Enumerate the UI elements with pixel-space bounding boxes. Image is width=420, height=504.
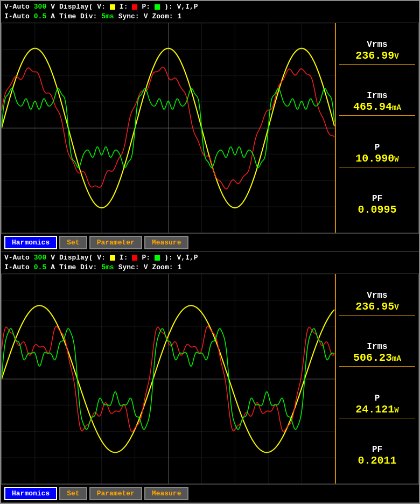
measure-button-1[interactable]: Measure — [144, 236, 189, 249]
waveform-canvas-2 — [2, 274, 335, 484]
green-box-2 — [155, 255, 160, 261]
main-area-2: Vrms 236.95V Irms 506.23mA P 24.121W — [1, 274, 419, 484]
status-line-1-2: I-Auto 0.5 A Time Div: 5ms Sync: V Zoom:… — [4, 12, 416, 22]
p-value-1: 10.990W — [339, 152, 415, 165]
harmonics-button-1[interactable]: Harmonics — [4, 236, 57, 249]
p-label-1: P: — [142, 2, 150, 12]
status-bar-2: V-Auto 300 V Display( V: I: P: ): V,I,P … — [1, 252, 419, 274]
pf-display-2: PF 0.2011 — [339, 443, 415, 469]
display-mode-1: ): V,I,P — [164, 2, 198, 12]
p-label-display-2: P — [339, 394, 415, 403]
vrms-label-1: Vrms — [339, 40, 415, 50]
irms-value-2: 506.23mA — [339, 352, 415, 364]
p-display-2: P 24.121W — [339, 391, 415, 418]
measurements-panel-2: Vrms 236.95V Irms 506.23mA P 24.121W — [335, 274, 418, 484]
harmonics-button-2[interactable]: Harmonics — [4, 487, 57, 500]
pf-value-1: 0.0995 — [339, 204, 415, 216]
vrms-display-1: Vrms 236.99V — [339, 38, 415, 65]
red-box-1 — [132, 4, 137, 10]
time-value-1: 5ms — [101, 12, 114, 22]
display-mode-2: ): V,I,P — [164, 253, 198, 263]
status-line-2-2: I-Auto 0.5 A Time Div: 5ms Sync: V Zoom:… — [4, 263, 416, 272]
set-button-2[interactable]: Set — [59, 487, 87, 500]
button-bar-2: Harmonics Set Parameter Measure — [1, 484, 419, 503]
parameter-button-2[interactable]: Parameter — [89, 487, 142, 500]
status-line-2-1: V-Auto 300 V Display( V: I: P: ): V,I,P — [4, 253, 416, 263]
p-label-display-1: P — [339, 143, 415, 152]
i-value-2: 0.5 — [34, 263, 46, 272]
scope-screen-2 — [2, 274, 335, 484]
time-label-2: Time Div: — [59, 263, 97, 272]
time-value-2: 5ms — [101, 263, 114, 272]
i-label-1: I: — [120, 2, 128, 12]
yellow-box-1 — [110, 4, 115, 10]
i-auto-label-1: I-Auto — [4, 12, 30, 22]
i-label-2: I: — [120, 253, 128, 263]
button-bar-1: Harmonics Set Parameter Measure — [1, 233, 419, 252]
irms-label-1: Irms — [339, 91, 415, 101]
waveform-canvas-1 — [2, 23, 335, 233]
vrms-display-2: Vrms 236.95V — [339, 289, 415, 316]
measure-button-2[interactable]: Measure — [144, 487, 189, 500]
main-area-1: Vrms 236.99V Irms 465.94mA P 10.990W — [1, 23, 419, 233]
pf-display-1: PF 0.0995 — [339, 192, 415, 218]
v-auto-label-2: V-Auto — [4, 253, 30, 263]
p-label-2: P: — [142, 253, 150, 263]
p-value-2: 24.121W — [339, 403, 415, 416]
irms-label-2: Irms — [339, 342, 415, 352]
scope-screen-1 — [2, 23, 335, 233]
i-unit-2: A — [51, 263, 55, 272]
p-display-1: P 10.990W — [339, 141, 415, 167]
v-unit-2: V — [51, 253, 55, 263]
vrms-value-2: 236.95V — [339, 300, 415, 313]
vrms-value-1: 236.99V — [339, 50, 415, 62]
red-box-2 — [132, 255, 137, 261]
oscilloscope-main: V-Auto 300 V Display( V: I: P: ): V,I,P … — [0, 0, 420, 504]
pf-label-2: PF — [339, 445, 415, 454]
yellow-box-2 — [110, 255, 115, 261]
i-auto-label-2: I-Auto — [4, 263, 30, 272]
display-label-2: Display( V: — [59, 253, 106, 263]
i-value-1: 0.5 — [34, 12, 46, 22]
pf-value-2: 0.2011 — [339, 454, 415, 467]
vrms-label-2: Vrms — [339, 291, 415, 300]
v-value: 300 — [34, 2, 46, 12]
zoom-value-2: 1 — [178, 263, 182, 272]
v-unit: V — [51, 2, 55, 12]
sync-label-1: Sync: — [118, 12, 139, 22]
irms-display-2: Irms 506.23mA — [339, 340, 415, 367]
set-button-1[interactable]: Set — [59, 236, 87, 249]
zoom-label-1: Zoom: — [152, 12, 173, 22]
zoom-value-1: 1 — [178, 12, 182, 22]
zoom-label-2: Zoom: — [152, 263, 173, 272]
green-box-1 — [155, 4, 160, 10]
pf-label-1: PF — [339, 194, 415, 204]
parameter-button-1[interactable]: Parameter — [89, 236, 142, 249]
sync-value-2: V — [144, 263, 148, 272]
irms-value-1: 465.94mA — [339, 101, 415, 113]
sync-label-2: Sync: — [118, 263, 139, 272]
v-value-2: 300 — [34, 253, 46, 263]
panel-2: V-Auto 300 V Display( V: I: P: ): V,I,P … — [1, 252, 419, 503]
i-unit-1: A — [51, 12, 55, 22]
status-line-1-1: V-Auto 300 V Display( V: I: P: ): V,I,P — [4, 2, 416, 12]
v-auto-label: V-Auto — [4, 2, 30, 12]
display-label: Display( V: — [59, 2, 106, 12]
measurements-panel-1: Vrms 236.99V Irms 465.94mA P 10.990W — [335, 23, 418, 233]
time-label-1: Time Div: — [59, 12, 97, 22]
irms-display-1: Irms 465.94mA — [339, 89, 415, 116]
panel-1: V-Auto 300 V Display( V: I: P: ): V,I,P … — [1, 1, 419, 252]
status-bar-1: V-Auto 300 V Display( V: I: P: ): V,I,P … — [1, 1, 419, 23]
sync-value-1: V — [144, 12, 148, 22]
